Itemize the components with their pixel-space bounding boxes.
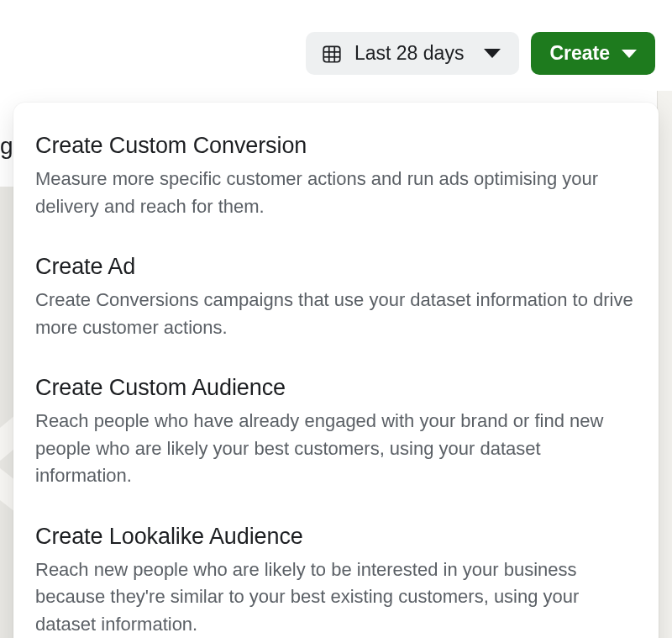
calendar-icon bbox=[321, 43, 343, 65]
create-button-label: Create bbox=[549, 42, 610, 65]
truncated-text: g bbox=[0, 133, 13, 160]
menu-item-desc: Measure more specific customer actions a… bbox=[35, 166, 637, 220]
svg-rect-0 bbox=[323, 46, 340, 61]
date-range-button[interactable]: Last 28 days bbox=[306, 32, 519, 75]
chevron-down-icon bbox=[484, 49, 501, 58]
menu-item-lookalike-audience[interactable]: Create Lookalike Audience Reach new peop… bbox=[35, 520, 637, 638]
menu-item-title: Create Ad bbox=[35, 254, 637, 280]
menu-item-desc: Reach new people who are likely to be in… bbox=[35, 556, 637, 638]
menu-item-desc: Reach people who have already engaged wi… bbox=[35, 408, 637, 490]
menu-item-title: Create Custom Audience bbox=[35, 375, 637, 401]
menu-item-title: Create Lookalike Audience bbox=[35, 524, 637, 550]
create-dropdown-menu: Create Custom Conversion Measure more sp… bbox=[13, 103, 659, 638]
panel-edge bbox=[657, 91, 672, 638]
menu-item-custom-audience[interactable]: Create Custom Audience Reach people who … bbox=[35, 372, 637, 520]
toolbar: Last 28 days Create bbox=[0, 32, 672, 75]
menu-item-create-ad[interactable]: Create Ad Create Conversions campaigns t… bbox=[35, 250, 637, 372]
create-button[interactable]: Create bbox=[531, 32, 655, 75]
menu-item-desc: Create Conversions campaigns that use yo… bbox=[35, 287, 637, 341]
menu-item-custom-conversion[interactable]: Create Custom Conversion Measure more sp… bbox=[35, 129, 637, 250]
date-range-label: Last 28 days bbox=[354, 42, 464, 65]
chevron-down-icon bbox=[622, 50, 637, 58]
menu-item-title: Create Custom Conversion bbox=[35, 133, 637, 159]
